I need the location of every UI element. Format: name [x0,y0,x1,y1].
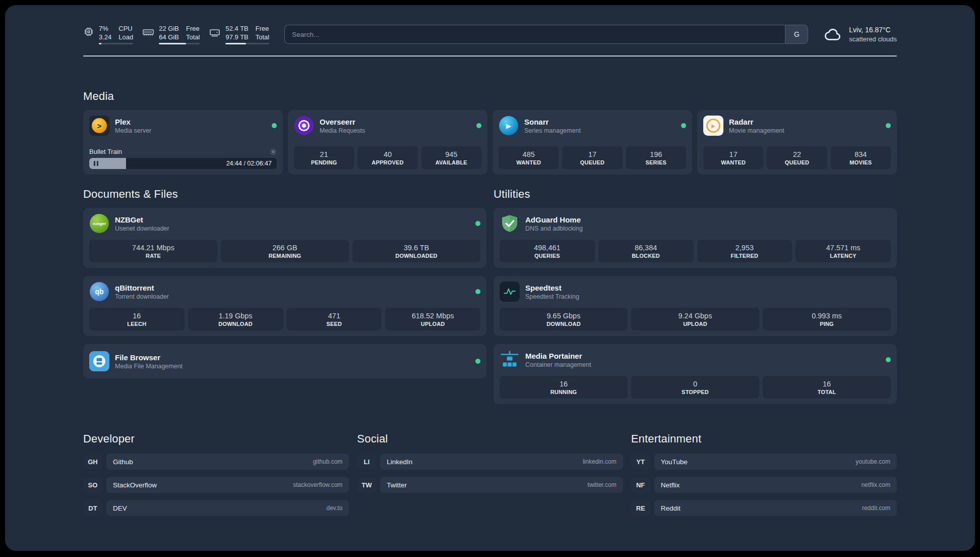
bookmark-group-title: Developer [83,432,349,445]
pause-icon[interactable] [94,161,98,166]
qbittorrent-icon: qb [89,282,109,302]
bookmark-abbr: SO [83,477,102,493]
topbar-divider [83,55,897,57]
bookmark-domain: reddit.com [862,505,890,512]
stat-label: UPLOAD [633,320,757,327]
bookmark-item: SO StackOverflow stackoverflow.com [83,477,349,493]
stat-label: QUEUED [769,159,825,166]
stat-pending: 21 PENDING [294,146,354,169]
memory-usage-bar [159,43,200,44]
service-name: qBittorrent [115,283,169,293]
now-playing-title: Bullet Train [89,148,122,155]
service-name: Speedtest [525,283,579,293]
service-link-filebrowser[interactable]: File Browser Media File Management [89,351,480,371]
playback-progress-bar[interactable]: 24:44 / 02:06:47 [89,158,277,169]
stat-total: 16 TOTAL [763,376,891,399]
stat-rate: 744.21 Mbps RATE [89,240,217,262]
bookmark-abbr: LI [357,454,376,470]
bookmark-domain: twitter.com [587,481,616,488]
bookmark-domain: netflix.com [862,481,890,488]
stat-value: 266 GB [223,243,347,252]
bookmark-group-developer: Developer GH Github github.com SO StackO… [83,432,349,516]
stat-wanted: 17 WANTED [703,146,763,169]
bookmark-domain: youtube.com [855,458,890,465]
service-name: Plex [115,117,151,127]
service-link-qbittorrent[interactable]: qb qBittorrent Torrent downloader [89,282,480,302]
disk-usage-bar [225,43,269,44]
service-link-nzbget[interactable]: nzbget NZBGet Usenet downloader [89,213,480,234]
stat-queued: 22 QUEUED [767,146,827,169]
nzbget-icon: nzbget [89,213,109,234]
stat-blocked: 86,384 BLOCKED [598,240,694,262]
bookmark-link-twitter[interactable]: Twitter twitter.com [380,477,623,493]
memory-icon [142,26,154,38]
service-card-portainer: Media Portainer Container management 16 … [494,344,897,404]
cpu-usage-label: CPU [118,24,133,33]
cpu-load-value: 3.24 [99,33,111,41]
bookmark-name: DEV [113,505,127,512]
service-link-portainer[interactable]: Media Portainer Container management [500,350,891,370]
stat-value: 485 [501,150,557,159]
section-documents: Documents & Files nzbget NZBGet Usenet d… [83,188,486,378]
service-link-adguard[interactable]: AdGuard Home DNS and adblocking [500,213,891,234]
disk-widget: 52.4 TB Free 97.9 TB Total [209,24,269,44]
stat-queued: 17 QUEUED [562,146,622,169]
stat-value: 47.571 ms [798,243,889,252]
service-subtitle: Speedtest Tracking [525,293,579,301]
bookmark-item: TW Twitter twitter.com [357,477,623,493]
service-link-radarr[interactable]: ▶ Radarr Movie management [703,116,891,136]
stat-queries: 498,461 QUERIES [500,240,595,262]
status-dot [886,357,891,362]
cloud-icon [823,26,843,42]
bookmark-link-linkedin[interactable]: LinkedIn linkedin.com [380,454,623,470]
status-dot [272,123,277,128]
section-title-utilities: Utilities [494,188,897,201]
section-media: Media > Plex Media server Bullet Train [83,90,897,175]
stat-label: WANTED [501,159,557,166]
bookmark-link-netflix[interactable]: Netflix netflix.com [654,477,897,493]
service-subtitle: Movie management [729,127,784,135]
weather-location: Lviv, 16.87°C [849,25,897,35]
bookmark-link-dev[interactable]: DEV dev.to [106,500,349,516]
memory-free-label: Free [186,24,200,33]
weather-widget: Lviv, 16.87°C scattered clouds [823,25,897,43]
section-utilities: Utilities AdGuard Home DNS and adblockin… [494,188,897,404]
stat-value: 0.993 ms [765,311,889,320]
bookmark-item: NF Netflix netflix.com [631,477,897,493]
bookmark-link-stackoverflow[interactable]: StackOverflow stackoverflow.com [106,477,349,493]
stat-upload: 618.52 Mbps UPLOAD [385,308,480,330]
stat-label: RUNNING [502,388,626,396]
service-link-plex[interactable]: > Plex Media server [89,116,277,136]
bookmark-domain: github.com [313,458,343,465]
stat-label: RATE [91,252,215,259]
service-subtitle: Media Requests [320,127,365,135]
stat-value: 196 [628,150,684,159]
memory-total-value: 64 GiB [159,33,179,41]
stat-label: APPROVED [359,159,415,166]
stat-value: 945 [423,150,479,159]
bookmark-link-youtube[interactable]: YouTube youtube.com [654,454,897,470]
bookmark-link-github[interactable]: Github github.com [106,454,349,470]
bookmark-link-reddit[interactable]: Reddit reddit.com [654,500,897,516]
stat-leech: 16 LEECH [89,308,185,330]
service-link-speedtest[interactable]: Speedtest Speedtest Tracking [500,282,891,302]
stat-download: 9.65 Gbps DOWNLOAD [500,308,628,330]
bookmark-group-social: Social LI LinkedIn linkedin.com TW Twitt… [357,432,623,493]
topbar: 7% CPU 3.24 Load 22 GiB Free 64 G [83,24,897,44]
service-subtitle: Series management [524,127,581,135]
service-link-sonarr[interactable]: ▶ Sonarr Series management [499,116,686,136]
stat-value: 2,953 [699,243,790,252]
search-provider-button[interactable]: G [785,25,808,44]
stat-value: 16 [765,379,889,388]
status-dot [475,221,480,226]
stat-label: AVAILABLE [423,159,479,166]
search-input[interactable] [284,25,785,44]
cpu-icon [83,26,94,37]
service-name: NZBGet [115,215,169,225]
gear-icon[interactable] [270,148,277,155]
bookmark-abbr: TW [357,477,376,493]
stat-label: UPLOAD [387,320,478,327]
service-link-overseerr[interactable]: Overseerr Media Requests [294,116,481,136]
stat-label: LATENCY [798,252,889,259]
status-dot [475,289,480,294]
